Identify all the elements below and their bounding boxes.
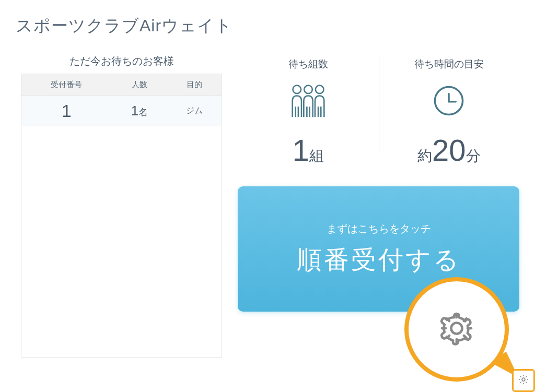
waiting-panel: ただ今お待ちのお客様 受付番号 人数 目的 1 1名 ジム [21, 54, 222, 358]
svg-point-1 [304, 86, 312, 94]
cell-people: 1名 [111, 103, 167, 119]
stat-groups-value: 1組 [238, 133, 379, 168]
cell-ticket: 1 [21, 101, 111, 121]
gear-icon [438, 310, 475, 349]
clock-icon [379, 80, 520, 121]
svg-point-0 [293, 86, 301, 94]
cell-purpose: ジム [168, 105, 222, 116]
gear-icon [518, 374, 529, 387]
stat-groups-unit: 組 [309, 148, 324, 164]
register-label: 順番受付する [297, 243, 461, 277]
page-title: スポーツクラブAirウェイト [0, 0, 535, 38]
waiting-heading: ただ今お待ちのお客様 [21, 54, 222, 68]
register-hint: まずはこちらをタッチ [327, 222, 431, 236]
stat-time: 待ち時間の目安 約20分 [379, 57, 520, 168]
cell-people-unit: 名 [138, 107, 148, 117]
col-header-people: 人数 [111, 80, 167, 90]
svg-point-2 [316, 86, 324, 94]
people-group-icon [238, 80, 379, 121]
stat-time-num: 20 [432, 133, 466, 167]
table-header: 受付番号 人数 目的 [21, 74, 222, 96]
stat-groups-num: 1 [293, 133, 309, 167]
settings-callout [404, 277, 509, 382]
stat-groups-label: 待ち組数 [238, 57, 379, 71]
cell-people-num: 1 [131, 103, 138, 118]
settings-button[interactable] [512, 369, 535, 392]
stat-time-value: 約20分 [379, 133, 520, 168]
table-row: 1 1名 ジム [21, 96, 222, 126]
svg-point-4 [451, 323, 462, 334]
waiting-table: 受付番号 人数 目的 1 1名 ジム [21, 74, 222, 358]
col-header-ticket: 受付番号 [21, 80, 111, 90]
svg-point-5 [522, 378, 525, 381]
stat-time-prefix: 約 [417, 148, 432, 164]
stats-row: 待ち組数 1組 待ち時間の目安 [238, 54, 519, 168]
stat-groups: 待ち組数 1組 [238, 57, 379, 168]
stat-time-label: 待ち時間の目安 [379, 57, 520, 71]
stat-time-unit: 分 [466, 148, 481, 164]
col-header-purpose: 目的 [168, 80, 222, 90]
